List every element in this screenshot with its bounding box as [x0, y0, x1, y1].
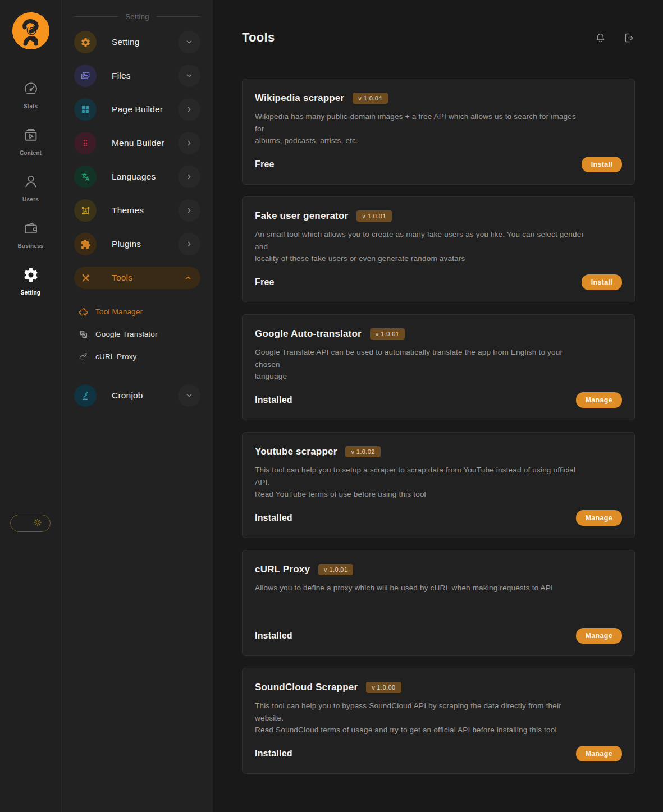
rail-item-label: Users: [22, 196, 39, 203]
brand-logo[interactable]: [12, 12, 49, 49]
tool-description: This tool can help you to setup a scrape…: [255, 464, 587, 501]
brand-logo-icon: [12, 12, 49, 49]
chevron-down-icon[interactable]: [178, 65, 200, 87]
tool-description: Allows you to define a proxy which will …: [255, 582, 587, 594]
price-status: Free: [255, 159, 275, 169]
curl-proxy-icon: [79, 352, 89, 361]
rail-item-users[interactable]: Users: [0, 173, 61, 203]
sidebar-section-header: Setting: [74, 12, 200, 21]
install-status: Installed: [255, 395, 292, 405]
folder-images-icon: [74, 65, 97, 87]
submenu-item-tool-manager[interactable]: Tool Manager: [79, 300, 200, 323]
chevron-right-icon[interactable]: [178, 166, 200, 188]
gear-icon: [22, 267, 39, 286]
gear-icon: [74, 31, 97, 53]
dots-grid-icon: [74, 132, 97, 154]
install-status: Installed: [255, 749, 292, 759]
sidebar-menu: Setting Files: [74, 31, 200, 407]
translate-icon: [74, 166, 97, 188]
version-badge: v 1.0.02: [345, 446, 380, 457]
tool-card-fake-user-generator: Fake user generator v 1.0.01 An small to…: [242, 196, 635, 302]
theme-toggle[interactable]: [10, 515, 51, 532]
sidebar-item-plugins[interactable]: Plugins: [74, 233, 200, 255]
rail-item-stats[interactable]: Stats: [0, 80, 61, 109]
rail-nav: Stats Content Users: [0, 80, 61, 313]
sidebar-item-menu-builder[interactable]: Menu Builder: [74, 132, 200, 154]
tool-cards-list: Wikipedia scrapper v 1.0.04 Wikipedia ha…: [242, 79, 635, 774]
install-status: Installed: [255, 631, 292, 641]
sidebar-item-label: Menu Builder: [112, 138, 164, 148]
settings-sidebar: Setting Setting Files: [62, 0, 213, 812]
install-button[interactable]: Install: [582, 157, 622, 172]
theme-frame-icon: [74, 199, 97, 222]
rail-item-content[interactable]: Content: [0, 127, 61, 156]
tools-icon: [74, 267, 97, 289]
submenu-item-google-translator[interactable]: Google Translator: [79, 323, 200, 345]
page-title: Tools: [242, 30, 275, 45]
sidebar-item-setting[interactable]: Setting: [74, 31, 200, 53]
tools-submenu: Tool Manager Google Translator: [79, 300, 200, 368]
submenu-item-label: Tool Manager: [95, 308, 143, 316]
tool-card-google-auto-translator: Google Auto-translator v 1.0.01 Google T…: [242, 314, 635, 420]
sidebar-item-languages[interactable]: Languages: [74, 166, 200, 188]
tool-description: This tool can help you to bypass SoundCl…: [255, 700, 587, 736]
sidebar-item-label: Themes: [112, 205, 144, 215]
version-badge: v 1.0.01: [356, 210, 391, 222]
price-status: Free: [255, 277, 275, 287]
rail-item-label: Stats: [24, 103, 38, 109]
sidebar-item-label: Tools: [112, 273, 132, 283]
manage-button[interactable]: Manage: [576, 510, 622, 526]
chevron-right-icon[interactable]: [178, 199, 200, 222]
sidebar-item-page-builder[interactable]: Page Builder: [74, 98, 200, 121]
rail-item-label: Setting: [21, 290, 40, 296]
chevron-right-icon[interactable]: [178, 233, 200, 255]
sidebar-item-label: Languages: [112, 172, 156, 182]
rail-item-label: Content: [20, 150, 42, 156]
sidebar-item-label: Setting: [112, 37, 140, 47]
chevron-right-icon[interactable]: [178, 132, 200, 154]
rail-item-label: Business: [17, 243, 43, 249]
puzzle-icon: [79, 307, 89, 316]
main-content: Tools Wikipedia scrapper v 1.0.0: [214, 0, 663, 812]
sidebar-item-label: Page Builder: [112, 104, 163, 114]
rail-item-setting[interactable]: Setting: [0, 267, 61, 296]
sidebar-section-title: Setting: [125, 12, 149, 21]
tool-name: Google Auto-translator: [255, 328, 362, 340]
icon-rail: Stats Content Users: [0, 0, 62, 812]
sidebar-item-files[interactable]: Files: [74, 65, 200, 87]
wallet-icon: [22, 220, 39, 239]
rail-item-business[interactable]: Business: [0, 220, 61, 249]
tool-card-soundcloud-scrapper: SoundCloud Scrapper v 1.0.00 This tool c…: [242, 668, 635, 774]
sidebar-item-themes[interactable]: Themes: [74, 199, 200, 222]
submenu-item-label: Google Translator: [95, 330, 158, 338]
divider: [156, 16, 200, 17]
bell-icon[interactable]: [595, 32, 606, 44]
manage-button[interactable]: Manage: [576, 746, 622, 761]
robot-arm-icon: [74, 384, 97, 407]
chevron-down-icon[interactable]: [178, 31, 200, 53]
manage-button[interactable]: Manage: [576, 392, 622, 408]
version-badge: v 1.0.01: [318, 564, 353, 575]
chevron-down-icon[interactable]: [178, 384, 200, 407]
version-badge: v 1.0.00: [366, 682, 401, 693]
tool-name: SoundCloud Scrapper: [255, 682, 358, 693]
sidebar-item-label: Files: [112, 71, 131, 81]
logout-icon[interactable]: [623, 32, 635, 44]
sidebar-item-tools[interactable]: Tools: [74, 267, 200, 289]
chevron-up-icon[interactable]: [184, 274, 192, 282]
tool-name: Youtube scrapper: [255, 446, 337, 457]
submenu-item-label: cURL Proxy: [95, 352, 137, 361]
video-icon: [22, 127, 39, 146]
translate-doc-icon: [79, 329, 89, 339]
chevron-right-icon[interactable]: [178, 98, 200, 121]
tool-name: Fake user generator: [255, 210, 348, 222]
sidebar-item-cronjob[interactable]: Cronjob: [74, 384, 200, 407]
install-button[interactable]: Install: [582, 274, 622, 290]
tool-description: Google Translate API can be used to auto…: [255, 346, 587, 383]
submenu-item-curl-proxy[interactable]: cURL Proxy: [79, 345, 200, 368]
tool-name: cURL Proxy: [255, 564, 310, 575]
manage-button[interactable]: Manage: [576, 628, 622, 644]
install-status: Installed: [255, 513, 292, 523]
user-icon: [22, 173, 39, 192]
tool-card-youtube-scrapper: Youtube scrapper v 1.0.02 This tool can …: [242, 432, 635, 538]
